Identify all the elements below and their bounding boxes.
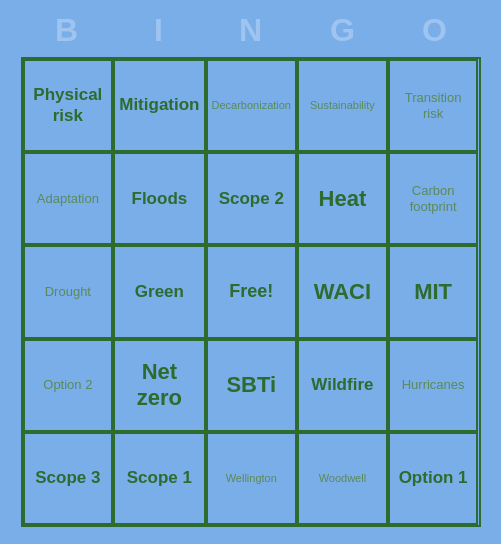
bingo-cell-13: WACI (297, 245, 388, 338)
cell-text-15: Option 2 (43, 377, 92, 393)
bingo-grid: Physical riskMitigationDecarbonizationSu… (21, 57, 481, 527)
cell-text-2: Decarbonization (212, 99, 292, 112)
cell-text-1: Mitigation (119, 95, 199, 115)
cell-text-18: Wildfire (311, 375, 373, 395)
bingo-cell-7: Scope 2 (206, 152, 298, 245)
bingo-cell-17: SBTi (206, 339, 298, 432)
cell-text-14: MIT (414, 279, 452, 305)
bingo-cell-24: Option 1 (388, 432, 479, 525)
bingo-cell-21: Scope 1 (113, 432, 205, 525)
cell-text-3: Sustainability (310, 99, 375, 112)
cell-text-5: Adaptation (37, 191, 99, 207)
cell-text-13: WACI (314, 279, 371, 305)
letter-b: B (27, 12, 107, 49)
bingo-cell-8: Heat (297, 152, 388, 245)
cell-text-9: Carbon footprint (394, 183, 473, 214)
cell-text-17: SBTi (226, 372, 276, 398)
bingo-cell-22: Wellington (206, 432, 298, 525)
cell-text-6: Floods (132, 189, 188, 209)
bingo-cell-20: Scope 3 (23, 432, 114, 525)
letter-i: I (119, 12, 199, 49)
cell-text-7: Scope 2 (219, 189, 284, 209)
cell-text-20: Scope 3 (35, 468, 100, 488)
cell-text-12: Free! (229, 281, 273, 303)
bingo-header: B I N G O (21, 0, 481, 57)
bingo-cell-18: Wildfire (297, 339, 388, 432)
bingo-cell-4: Transition risk (388, 59, 479, 152)
bingo-cell-16: Net zero (113, 339, 205, 432)
bingo-cell-2: Decarbonization (206, 59, 298, 152)
bingo-cell-19: Hurricanes (388, 339, 479, 432)
cell-text-24: Option 1 (399, 468, 468, 488)
cell-text-19: Hurricanes (402, 377, 465, 393)
cell-text-10: Drought (45, 284, 91, 300)
bingo-cell-12: Free! (206, 245, 298, 338)
cell-text-4: Transition risk (394, 90, 473, 121)
bingo-cell-0: Physical risk (23, 59, 114, 152)
bingo-cell-23: Woodwell (297, 432, 388, 525)
bingo-cell-3: Sustainability (297, 59, 388, 152)
cell-text-11: Green (135, 282, 184, 302)
cell-text-8: Heat (319, 186, 367, 212)
bingo-cell-14: MIT (388, 245, 479, 338)
letter-o: O (395, 12, 475, 49)
bingo-cell-9: Carbon footprint (388, 152, 479, 245)
cell-text-22: Wellington (226, 472, 277, 485)
bingo-cell-10: Drought (23, 245, 114, 338)
bingo-cell-11: Green (113, 245, 205, 338)
cell-text-23: Woodwell (319, 472, 367, 485)
cell-text-21: Scope 1 (127, 468, 192, 488)
cell-text-0: Physical risk (29, 85, 108, 126)
bingo-cell-1: Mitigation (113, 59, 205, 152)
letter-g: G (303, 12, 383, 49)
letter-n: N (211, 12, 291, 49)
cell-text-16: Net zero (119, 359, 199, 412)
bingo-cell-6: Floods (113, 152, 205, 245)
bingo-cell-5: Adaptation (23, 152, 114, 245)
bingo-cell-15: Option 2 (23, 339, 114, 432)
